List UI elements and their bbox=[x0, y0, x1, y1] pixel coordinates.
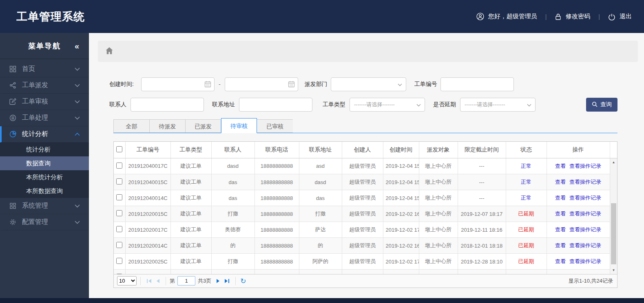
col-header: 联系人 bbox=[211, 142, 255, 158]
view-link[interactable]: 查看 bbox=[555, 179, 566, 185]
scroll-down-button[interactable]: ▼ bbox=[610, 267, 617, 273]
refresh-icon[interactable]: ↻ bbox=[240, 277, 246, 285]
cell-create-time: 2019-12-04 15: bbox=[383, 174, 419, 190]
row-checkbox[interactable] bbox=[116, 242, 122, 248]
row-checkbox[interactable] bbox=[116, 162, 122, 169]
tab-all[interactable]: 全部 bbox=[113, 119, 149, 133]
row-checkbox[interactable] bbox=[116, 178, 122, 184]
sidebar-item-statistics[interactable]: 统计分析 bbox=[0, 126, 89, 143]
cell-deadline: --- bbox=[458, 158, 506, 174]
page-number-input[interactable] bbox=[177, 276, 195, 285]
cell-dispatch-target: 墩上中心所 bbox=[419, 222, 458, 238]
view-log-link[interactable]: 查看操作记录 bbox=[569, 163, 601, 169]
view-link[interactable]: 查看 bbox=[555, 242, 566, 248]
query-button[interactable]: 查询 bbox=[586, 98, 617, 112]
sidebar-item-label: 首页 bbox=[22, 65, 35, 73]
sidebar-subitem-data-query[interactable]: 数据查询 bbox=[0, 156, 89, 170]
prev-page-button[interactable] bbox=[156, 279, 160, 283]
sidebar-item-config[interactable]: 配置管理 bbox=[0, 214, 89, 231]
logout-button[interactable]: 退出 bbox=[608, 13, 632, 20]
table-row: 201912040014C建议工单das18888888888das超级管理员2… bbox=[114, 190, 610, 206]
table-row: 201912020017C建议工单奥德赛18888888888萨达超级管理员20… bbox=[114, 222, 610, 238]
address-input[interactable] bbox=[239, 98, 312, 112]
view-log-link[interactable]: 查看操作记录 bbox=[569, 258, 601, 264]
view-link[interactable]: 查看 bbox=[555, 226, 566, 233]
view-log-link[interactable]: 查看操作记录 bbox=[569, 226, 601, 233]
view-log-link[interactable]: 查看操作记录 bbox=[569, 211, 601, 217]
scrollbar-thumb[interactable] bbox=[611, 203, 616, 264]
cell-contact: dasd bbox=[211, 158, 255, 174]
chevron-down-icon bbox=[75, 221, 80, 224]
row-checkbox[interactable] bbox=[116, 274, 122, 274]
sidebar-subitem-local-statistics[interactable]: 本所统计分析 bbox=[0, 170, 89, 184]
row-checkbox[interactable] bbox=[116, 194, 122, 200]
row-checkbox[interactable] bbox=[116, 210, 122, 216]
first-page-button[interactable] bbox=[146, 279, 152, 283]
contact-input[interactable] bbox=[131, 98, 204, 112]
tab-dispatched[interactable]: 已派发 bbox=[185, 119, 221, 133]
tab-pending-dispatch[interactable]: 待派发 bbox=[149, 119, 185, 133]
view-log-link[interactable]: 查看操作记录 bbox=[569, 242, 601, 248]
app-footer bbox=[0, 298, 644, 303]
user-menu[interactable]: 您好，超级管理员 bbox=[476, 13, 537, 20]
scroll-up-button[interactable]: ▲ bbox=[610, 159, 617, 165]
view-log-link[interactable]: 查看操作记录 bbox=[569, 179, 601, 185]
col-header: 创建时间 bbox=[383, 142, 419, 158]
sidebar-item-process[interactable]: 工单处理 bbox=[0, 110, 89, 126]
dispatch-dept-select[interactable] bbox=[331, 77, 406, 91]
chevron-down-icon bbox=[75, 100, 80, 103]
change-password-button[interactable]: 修改密码 bbox=[555, 13, 590, 20]
home-icon[interactable] bbox=[105, 47, 113, 56]
actions-cell: 查看查看操作记录 bbox=[547, 222, 610, 238]
create-time-label: 创建时间: bbox=[109, 81, 141, 88]
delay-select[interactable]: -------请选择------- bbox=[460, 98, 536, 112]
view-link[interactable]: 查看 bbox=[555, 258, 566, 264]
actions-cell: 查看查看操作记录 bbox=[547, 190, 610, 206]
sidebar-item-dispatch[interactable]: 工单派发 bbox=[0, 77, 89, 94]
tab-reviewed[interactable]: 已审核 bbox=[257, 119, 293, 133]
row-select-cell bbox=[114, 254, 125, 270]
collapse-sidebar-button[interactable]: « bbox=[75, 42, 80, 50]
next-page-button[interactable] bbox=[216, 279, 220, 283]
create-time-end-input[interactable] bbox=[225, 77, 298, 91]
row-select-cell bbox=[114, 206, 125, 222]
sidebar-item-system[interactable]: 系统管理 bbox=[0, 198, 89, 214]
tab-pending-review[interactable]: 待审核 bbox=[221, 118, 257, 133]
last-page-button[interactable] bbox=[224, 279, 230, 283]
order-no-input[interactable] bbox=[440, 77, 514, 91]
sidebar-item-review[interactable]: 工单审核 bbox=[0, 94, 89, 110]
sidebar-subitem-statistics[interactable]: 统计分析 bbox=[0, 143, 89, 156]
page-size-select[interactable]: 10 bbox=[117, 276, 137, 285]
view-log-link[interactable]: 查看操作记录 bbox=[569, 195, 601, 201]
table-scrollbar[interactable]: ▲ ▼ bbox=[610, 158, 617, 274]
row-select-cell bbox=[114, 270, 125, 274]
pagination-divider bbox=[166, 277, 166, 285]
pagination-divider bbox=[140, 277, 141, 285]
grid-icon bbox=[9, 66, 16, 73]
view-link[interactable]: 查看 bbox=[555, 163, 566, 169]
row-checkbox[interactable] bbox=[116, 226, 122, 232]
order-type-select[interactable]: -------请选择------- bbox=[350, 98, 425, 112]
chevron-down-icon bbox=[527, 104, 531, 107]
select-all-checkbox[interactable] bbox=[116, 146, 122, 152]
create-time-start-field bbox=[141, 77, 215, 91]
sidebar-item-home[interactable]: 首页 bbox=[0, 61, 89, 77]
chevron-down-icon bbox=[75, 204, 80, 208]
sidebar-subitem-local-data-query[interactable]: 本所数据查询 bbox=[0, 184, 89, 198]
table-row: 201912020015C建议工单打撒18888888888打撒超级管理员201… bbox=[114, 206, 610, 222]
view-link[interactable]: 查看 bbox=[555, 211, 566, 217]
app-title: 工单管理系统 bbox=[16, 9, 85, 24]
cell-phone: 18888888888 bbox=[255, 206, 299, 222]
total-pages-label: 共3页 bbox=[198, 277, 211, 285]
table-row: 201912020025C建议工单打撒18888888888阿萨的超级管理员20… bbox=[114, 254, 610, 270]
view-link[interactable]: 查看 bbox=[555, 195, 566, 201]
cell-dispatch-target: 墩上中心所 bbox=[419, 174, 458, 190]
create-time-start-input[interactable] bbox=[141, 77, 215, 91]
chevron-down-icon bbox=[75, 116, 80, 120]
breadcrumb bbox=[98, 41, 638, 62]
cell-order-type: 建议工单 bbox=[170, 174, 211, 190]
orders-table-block: 工单编号 工单类型 联系人 联系电话 联系地址 创建人 创建时间 派发对象 限定… bbox=[113, 141, 617, 288]
status-badge: 已延期 bbox=[506, 222, 547, 238]
modules-icon bbox=[9, 202, 16, 210]
row-checkbox[interactable] bbox=[116, 258, 122, 264]
